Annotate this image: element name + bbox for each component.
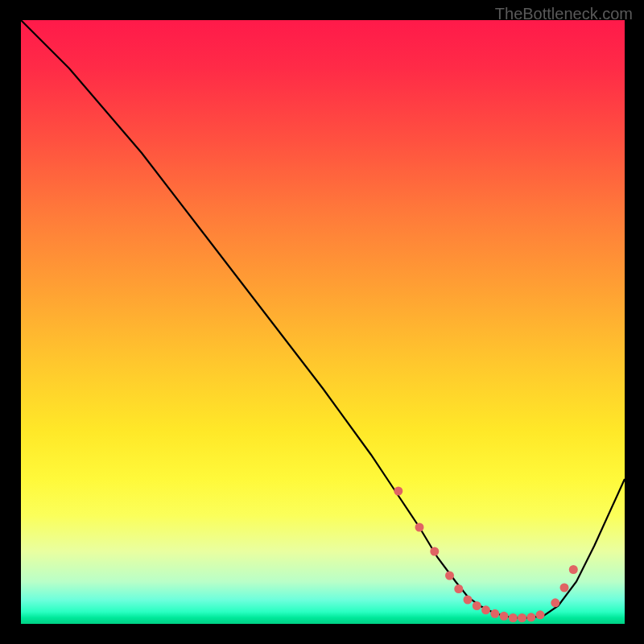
chart-marker-dot — [394, 487, 402, 496]
chart-marker-dot — [473, 601, 481, 610]
chart-overlay-svg — [21, 20, 625, 624]
chart-marker-dot — [551, 598, 559, 607]
chart-marker-dot — [464, 596, 473, 605]
chart-marker-dot — [430, 547, 439, 556]
chart-marker-dot — [509, 613, 518, 622]
chart-marker-dot — [445, 572, 454, 580]
chart-marker-dot — [454, 584, 463, 593]
chart-marker-dot — [569, 565, 578, 574]
chart-marker-dot — [500, 612, 509, 621]
chart-marker-dot — [481, 605, 490, 614]
chart-curve — [21, 20, 625, 618]
chart-marker-dot — [560, 584, 569, 592]
chart-marker-dot — [490, 609, 499, 618]
chart-marker-dot — [415, 523, 424, 532]
chart-marker-dot — [518, 613, 526, 622]
chart-plot-area — [21, 20, 625, 624]
chart-marker-dot — [536, 610, 545, 619]
watermark-text: TheBottleneck.com — [495, 5, 633, 23]
chart-marker-dot — [526, 613, 535, 621]
chart-marker-group — [394, 487, 578, 623]
